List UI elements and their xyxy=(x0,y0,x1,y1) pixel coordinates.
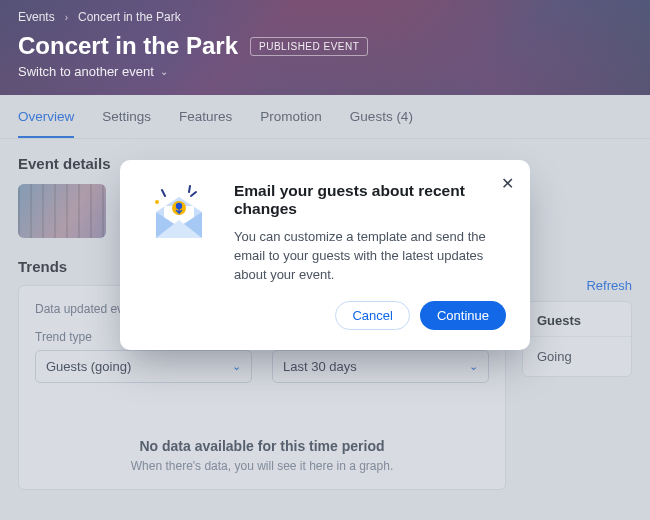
chevron-down-icon: ⌄ xyxy=(160,66,168,77)
breadcrumb-root[interactable]: Events xyxy=(18,10,55,24)
breadcrumb: Events › Concert in the Park xyxy=(18,10,632,24)
modal-body: You can customize a template and send th… xyxy=(234,228,506,285)
modal-title: Email your guests about recent changes xyxy=(234,182,506,218)
continue-button[interactable]: Continue xyxy=(420,301,506,330)
close-icon: ✕ xyxy=(501,175,514,192)
cancel-button[interactable]: Cancel xyxy=(335,301,409,330)
email-guests-modal: ✕ Email your guests about recent changes… xyxy=(120,160,530,350)
chevron-right-icon: › xyxy=(65,12,68,23)
switch-event-label: Switch to another event xyxy=(18,64,154,79)
close-button[interactable]: ✕ xyxy=(501,174,514,193)
switch-event-dropdown[interactable]: Switch to another event ⌄ xyxy=(18,64,632,79)
svg-point-0 xyxy=(155,200,159,204)
envelope-illustration xyxy=(144,182,214,330)
breadcrumb-current: Concert in the Park xyxy=(78,10,181,24)
status-badge: PUBLISHED EVENT xyxy=(250,37,368,56)
envelope-icon xyxy=(144,182,214,252)
page-title: Concert in the Park xyxy=(18,32,238,60)
